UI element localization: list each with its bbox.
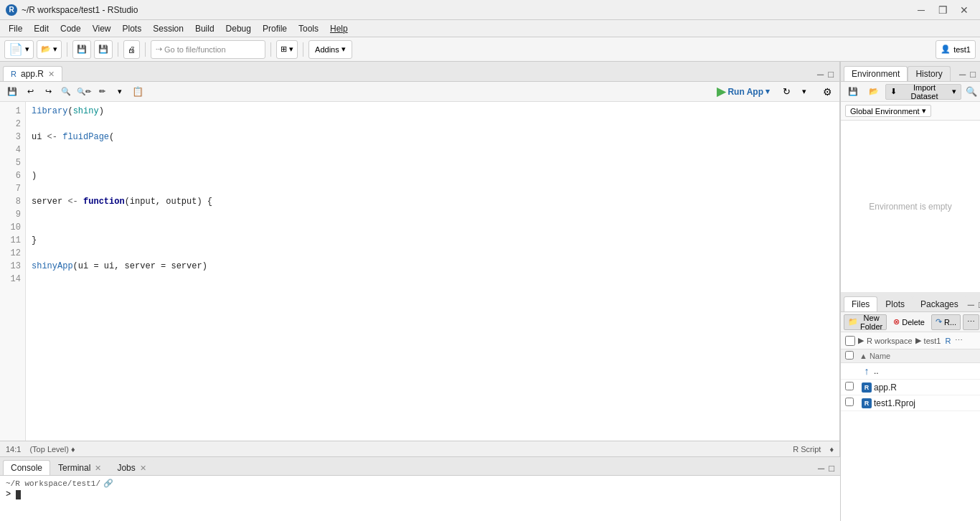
editor-redo-btn[interactable]: ↪ bbox=[40, 85, 56, 99]
menu-code[interactable]: Code bbox=[55, 22, 87, 35]
console-tabs: Console Terminal ✕ Jobs ✕ ─ □ bbox=[0, 457, 840, 476]
tab-history[interactable]: History bbox=[908, 66, 950, 81]
editor-tab-label: app.R bbox=[21, 69, 44, 79]
toolbar-sep-3 bbox=[145, 42, 146, 57]
prompt-symbol: > bbox=[6, 489, 11, 499]
appr-check[interactable] bbox=[845, 382, 859, 393]
run-app-dropdown[interactable]: ▾ bbox=[765, 87, 770, 96]
editor-reload-dropdown[interactable]: ▾ bbox=[796, 85, 812, 99]
editor-toolbar: 💾 ↩ ↪ 🔍 🔍✏ ✏ ▾ 📋 ▶ Run App ▾ ↻ ▾ bbox=[0, 82, 839, 102]
console-minimize-btn[interactable]: ─ bbox=[816, 463, 826, 474]
tab-packages[interactable]: Packages bbox=[913, 296, 966, 311]
files-maximize-btn[interactable]: □ bbox=[977, 299, 980, 310]
addins-button[interactable]: Addins ▾ bbox=[308, 40, 352, 59]
console-panel: Console Terminal ✕ Jobs ✕ ─ □ ~/R worksp… bbox=[0, 456, 840, 521]
breadcrumb-workspace[interactable]: R workspace bbox=[867, 337, 913, 345]
restore-button[interactable]: ❒ bbox=[933, 3, 953, 17]
menu-build[interactable]: Build bbox=[189, 22, 220, 35]
tab-files[interactable]: Files bbox=[844, 296, 877, 311]
editor-minimize-btn[interactable]: ─ bbox=[816, 69, 825, 80]
menu-debug[interactable]: Debug bbox=[220, 22, 257, 35]
env-load-btn[interactable]: 📂 bbox=[864, 84, 883, 100]
files-minimize-btn[interactable]: ─ bbox=[966, 299, 976, 310]
console-path: ~/R workspace/test1/ 🔗 bbox=[6, 479, 834, 488]
script-type-icon: ♦ bbox=[829, 445, 834, 454]
editor-save-btn[interactable]: 💾 bbox=[4, 85, 20, 99]
breadcrumb-more[interactable]: ⋯ bbox=[955, 336, 963, 345]
editor-compile-btn[interactable]: 📋 bbox=[130, 85, 146, 99]
main-toolbar: 📄 ▾ 📂 ▾ 💾 💾 🖨 ⇢ Go to file/function ⊞ ▾ … bbox=[0, 37, 980, 62]
console-tab-console[interactable]: Console bbox=[3, 460, 50, 475]
new-folder-btn[interactable]: 📁 New Folder bbox=[844, 314, 887, 330]
editor-searchreplace-btn[interactable]: 🔍✏ bbox=[76, 85, 92, 99]
menu-help[interactable]: Help bbox=[324, 22, 354, 35]
global-env-chevron: ▾ bbox=[922, 106, 926, 116]
open-file-button[interactable]: 📂 ▾ bbox=[37, 40, 62, 59]
editor-gear-btn[interactable]: ⚙ bbox=[819, 85, 835, 99]
editor-wand-btn[interactable]: ✏ bbox=[94, 85, 110, 99]
print-button[interactable]: 🖨 bbox=[123, 40, 140, 59]
import-dataset-btn[interactable]: ⬇ Import Dataset ▾ bbox=[885, 84, 961, 100]
file-row-parent[interactable]: ↑ .. bbox=[841, 363, 980, 380]
menu-tools[interactable]: Tools bbox=[293, 22, 324, 35]
code-line-10 bbox=[32, 221, 834, 234]
terminal-tab-close[interactable]: ✕ bbox=[95, 464, 101, 473]
env-minimize-btn[interactable]: ─ bbox=[958, 69, 967, 80]
editor-undo-btn[interactable]: ↩ bbox=[22, 85, 38, 99]
save-button[interactable]: 💾 bbox=[72, 40, 91, 59]
global-env-dropdown[interactable]: Global Environment ▾ bbox=[845, 105, 931, 117]
new-file-button[interactable]: 📄 ▾ bbox=[4, 40, 34, 59]
editor-reload-btn[interactable]: ↻ bbox=[778, 85, 794, 99]
context-dropdown[interactable]: (Top Level) bbox=[29, 445, 68, 454]
right-panel: Environment History ─ □ 💾 📂 ⬇ Import Dat… bbox=[840, 62, 980, 521]
editor-tab-close[interactable]: ✕ bbox=[48, 70, 55, 79]
more-btn[interactable]: ⋯ bbox=[963, 314, 979, 330]
console-prompt[interactable]: > bbox=[6, 489, 834, 499]
code-editor[interactable]: library(shiny) ui <- fluidPage( ) server… bbox=[26, 102, 839, 441]
files-breadcrumb: ▶ R workspace ▶ test1 R ⋯ bbox=[841, 332, 980, 349]
menu-edit[interactable]: Edit bbox=[28, 22, 55, 35]
tab-environment[interactable]: Environment bbox=[844, 66, 908, 81]
import-dropdown[interactable]: ▾ bbox=[952, 87, 956, 96]
breadcrumb-checkbox[interactable] bbox=[845, 336, 855, 346]
minimize-button[interactable]: ─ bbox=[911, 3, 931, 17]
editor-maximize-btn[interactable]: □ bbox=[826, 69, 835, 80]
rename-label: R... bbox=[944, 318, 956, 327]
close-button[interactable]: ✕ bbox=[954, 3, 974, 17]
appr-name: app.R bbox=[874, 382, 976, 393]
titlebar-controls[interactable]: ─ ❒ ✕ bbox=[911, 3, 974, 17]
header-checkbox[interactable] bbox=[845, 351, 854, 360]
console-content[interactable]: ~/R workspace/test1/ 🔗 > bbox=[0, 476, 840, 521]
editor-panel: R app.R ✕ ─ □ 💾 ↩ ↪ 🔍 🔍✏ ✏ ▾ 📋 bbox=[0, 62, 840, 456]
open-dropdown-icon: ▾ bbox=[53, 44, 57, 54]
delete-btn[interactable]: ⊗ Delete bbox=[889, 314, 929, 330]
rename-btn[interactable]: ↷ R... bbox=[931, 314, 961, 330]
rproj-check[interactable] bbox=[845, 398, 859, 408]
menu-session[interactable]: Session bbox=[147, 22, 189, 35]
editor-wand-dropdown[interactable]: ▾ bbox=[112, 85, 128, 99]
env-maximize-btn[interactable]: □ bbox=[969, 69, 977, 80]
jobs-tab-close[interactable]: ✕ bbox=[140, 464, 146, 473]
env-toolbar: 💾 📂 ⬇ Import Dataset ▾ 🔍 bbox=[841, 82, 980, 102]
menu-profile[interactable]: Profile bbox=[257, 22, 293, 35]
new-file-dropdown-icon: ▾ bbox=[25, 44, 29, 54]
breadcrumb-folder[interactable]: test1 bbox=[924, 337, 941, 345]
editor-search-btn[interactable]: 🔍 bbox=[58, 85, 74, 99]
editor-tab-appr[interactable]: R app.R ✕ bbox=[3, 66, 62, 81]
console-tab-jobs[interactable]: Jobs ✕ bbox=[109, 460, 154, 475]
menu-file[interactable]: File bbox=[3, 22, 28, 35]
env-search-btn[interactable]: 🔍 bbox=[966, 86, 977, 98]
menu-view[interactable]: View bbox=[87, 22, 117, 35]
file-row-appr[interactable]: R app.R bbox=[841, 380, 980, 395]
layout-button[interactable]: ⊞ ▾ bbox=[276, 40, 298, 59]
tab-plots[interactable]: Plots bbox=[877, 296, 913, 311]
goto-file-button[interactable]: ⇢ Go to file/function bbox=[151, 40, 265, 59]
console-maximize-btn[interactable]: □ bbox=[827, 463, 836, 474]
file-row-rproj[interactable]: R test1.Rproj bbox=[841, 395, 980, 411]
menu-plots[interactable]: Plots bbox=[117, 22, 148, 35]
save-all-button[interactable]: 💾 bbox=[94, 40, 113, 59]
env-save-btn[interactable]: 💾 bbox=[844, 84, 862, 100]
user-button[interactable]: 👤 test1 bbox=[936, 40, 976, 59]
console-tab-terminal[interactable]: Terminal ✕ bbox=[50, 460, 109, 475]
run-app-button[interactable]: ▶ Run App ▾ bbox=[717, 85, 770, 98]
